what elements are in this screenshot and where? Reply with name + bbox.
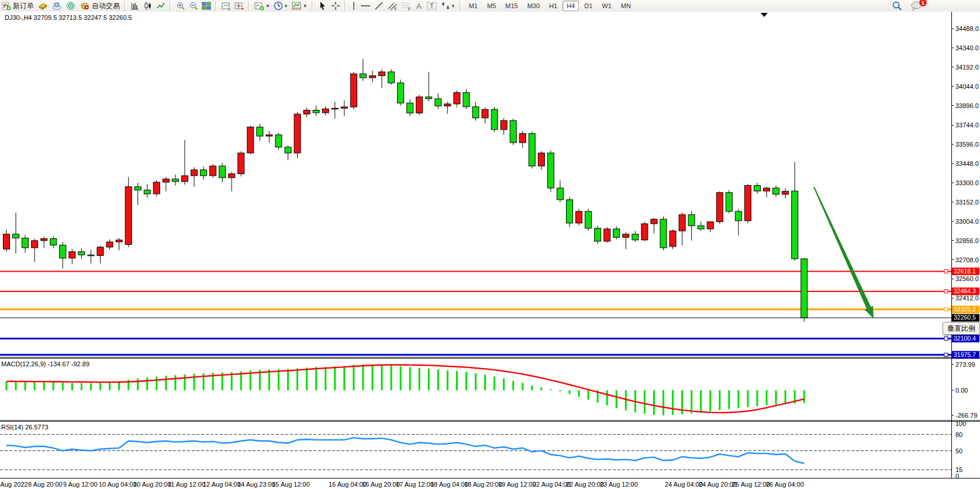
time-tick-label: 22 Aug 04:00 (533, 481, 571, 488)
timeframe-M5[interactable]: M5 (483, 1, 500, 11)
candle (219, 166, 226, 178)
macd-axis-label: -266.79 (955, 412, 977, 419)
candle (688, 214, 695, 226)
search-button[interactable] (890, 1, 904, 11)
zoom-out-icon (189, 1, 198, 11)
arrows-tool-button[interactable]: ▼ (439, 1, 457, 11)
timeframe-D1[interactable]: D1 (580, 1, 596, 11)
line-chart-button[interactable] (154, 1, 167, 11)
price-tag-text: 32618.1 (954, 268, 976, 275)
candle (360, 74, 366, 78)
candle (191, 170, 198, 176)
crosshair-tool-button[interactable] (329, 1, 342, 11)
toolbar-separator (460, 1, 462, 11)
fibonacci-tool-button[interactable]: F (399, 1, 413, 11)
candle (482, 109, 488, 118)
periods-button[interactable]: ▼ (272, 1, 290, 11)
candle (398, 83, 404, 103)
timeframe-M15[interactable]: M15 (501, 1, 522, 11)
candle (707, 222, 713, 229)
toolbar-separator (215, 1, 218, 11)
horizontal-line-tool-button[interactable] (358, 1, 372, 11)
candle (285, 147, 291, 153)
chart-canvas[interactable]: 34488.034340.034192.034044.033896.033744… (0, 12, 980, 489)
vertical-line-tool-button[interactable] (349, 1, 358, 11)
horizontal-lines[interactable] (0, 269, 951, 356)
signals-button[interactable] (64, 1, 78, 11)
new-order-label: 新订单 (13, 1, 34, 11)
time-tick-label: 16 Aug 20:00 (362, 481, 400, 488)
arrange-charts-button[interactable] (220, 1, 233, 11)
candle (632, 234, 639, 240)
chart-svg[interactable]: 34488.034340.034192.034044.033896.033744… (0, 12, 980, 489)
search-icon (892, 1, 902, 11)
chevron-down-icon: ▼ (284, 4, 288, 9)
candle (163, 179, 169, 182)
label-tool-button[interactable]: T (425, 1, 439, 11)
community-button[interactable] (50, 1, 64, 11)
macd-pane: 273.990.00-266.79 (6, 361, 977, 419)
price-tick-label: 32412.0 (955, 294, 979, 301)
channel-tool-button[interactable]: E (385, 1, 399, 11)
text-tool-button[interactable]: A (413, 1, 425, 11)
notifications-button[interactable]: 1 (909, 1, 924, 11)
price-tick-label: 33744.0 (955, 122, 979, 129)
templates-button[interactable]: ▼ (290, 1, 309, 11)
chart-shift-marker[interactable] (761, 13, 768, 17)
indicators-icon (254, 1, 265, 11)
price-tick-label: 34488.0 (955, 25, 979, 32)
candle (32, 241, 38, 248)
h-line-handle (944, 269, 948, 273)
zoom-out-button[interactable] (187, 1, 200, 11)
candlestick-chart-icon (143, 1, 153, 11)
time-tick-label: 8 Aug 20:00 (28, 481, 63, 488)
svg-text:E: E (394, 6, 397, 11)
arrange-charts-icon (222, 1, 231, 11)
market-watch-button[interactable] (36, 1, 50, 11)
cursor-tool-button[interactable] (316, 1, 329, 11)
trend-arrow-annotation[interactable] (813, 187, 874, 318)
candle (369, 76, 375, 78)
rsi-axis-label: 100 (955, 420, 966, 427)
macd-signal-line (6, 365, 804, 412)
trendline-tool-button[interactable] (372, 1, 385, 11)
candle (444, 104, 451, 106)
svg-text:T: T (430, 2, 434, 9)
new-order-button[interactable]: 新订单 (0, 1, 36, 11)
trendline-icon (374, 1, 384, 11)
align-chart-button[interactable] (233, 1, 246, 11)
timeframe-M1[interactable]: M1 (465, 1, 482, 11)
price-axis: 34488.034340.034192.034044.033896.033744… (951, 25, 979, 301)
candle (238, 153, 244, 174)
candle (454, 92, 460, 104)
timeframe-H1[interactable]: H1 (545, 1, 561, 11)
time-tick-label: 22 Aug 20:00 (566, 481, 604, 488)
timeframe-H4[interactable]: H4 (563, 1, 579, 11)
zoom-in-button[interactable] (174, 1, 187, 11)
autotrading-label: 自动交易 (92, 1, 120, 11)
candle (764, 188, 770, 191)
candle (585, 211, 592, 228)
time-tick-label: 23 Aug 12:00 (600, 481, 638, 488)
toolbar-separator (248, 1, 250, 11)
candle (641, 224, 648, 240)
candle (125, 187, 132, 245)
timeframe-MN[interactable]: MN (617, 1, 635, 11)
candle (153, 182, 160, 194)
time-tick-label: 10 Aug 04:00 (99, 481, 137, 488)
rsi-pane: 1008050150 (0, 420, 966, 480)
timeframe-W1[interactable]: W1 (598, 1, 616, 11)
candle (501, 120, 507, 130)
indicators-button[interactable]: ▼ (253, 1, 272, 11)
candlestick-chart-button[interactable] (142, 1, 154, 11)
price-tick-label: 33300.0 (955, 179, 979, 186)
candle (379, 72, 385, 76)
crosshair-icon (331, 1, 340, 11)
candle (801, 259, 808, 318)
price-tick-label: 33152.0 (955, 199, 979, 206)
bar-chart-button[interactable] (129, 1, 142, 11)
tile-windows-button[interactable] (200, 1, 213, 11)
timeframe-M30[interactable]: M30 (523, 1, 544, 11)
candle (416, 97, 423, 113)
autotrading-button[interactable]: 自动交易 (78, 1, 122, 11)
